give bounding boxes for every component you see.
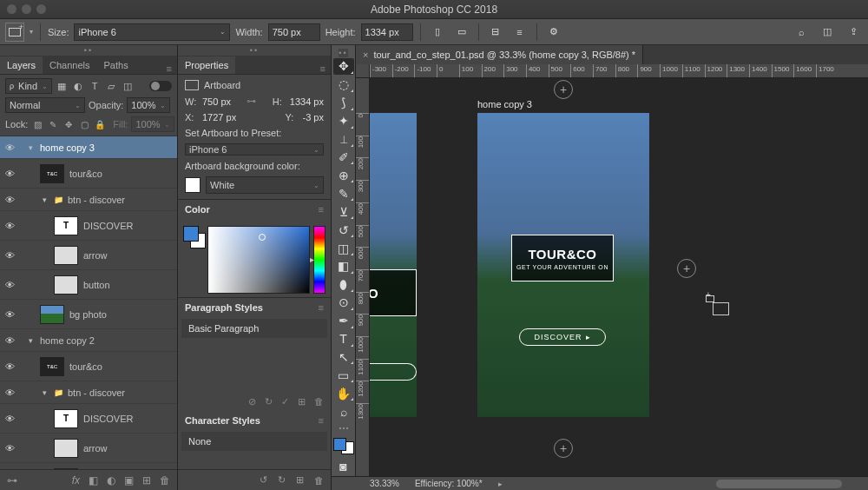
trash-icon[interactable]: 🗑 [314,396,324,407]
horizontal-scrollbar[interactable] [716,480,842,488]
history-brush-tool-icon[interactable]: ↺ [333,222,354,238]
stamp-tool-icon[interactable]: ⊻ [333,203,354,220]
layer-row[interactable]: 👁▾📁btn - discover [0,189,177,211]
maximize-window-icon[interactable] [36,4,46,14]
link-wh-icon[interactable]: ⊶ [247,96,256,107]
brush-tool-icon[interactable]: ✎ [333,185,354,202]
zoom-value[interactable]: 33.33% [370,479,399,488]
more-tools-icon[interactable]: ⋯ [339,422,349,434]
preset-dropdown[interactable]: iPhone 6 ⌄ [185,143,324,156]
hue-slider[interactable] [313,226,326,294]
trash-icon[interactable]: 🗑 [314,475,324,486]
lock-position-icon[interactable]: ✥ [62,118,75,130]
lock-pixels-icon[interactable]: ✎ [47,118,59,130]
share-icon[interactable]: ⇪ [844,23,863,42]
blur-tool-icon[interactable]: ⬮ [333,276,354,293]
layer-row[interactable]: 👁T&Ctour&co [0,159,177,189]
panel-menu-icon[interactable]: ≡ [315,63,331,74]
group-icon[interactable]: ▣ [124,474,134,487]
height-input[interactable]: 1334 px [361,23,413,41]
move-tool-icon[interactable]: ✥ [333,58,354,75]
y-input[interactable]: -3 px [303,112,324,122]
add-artboard-right-icon[interactable]: + [677,259,696,278]
artboard-tool-icon[interactable] [5,23,24,42]
window-controls[interactable] [7,4,46,14]
filter-shape-icon[interactable]: ▱ [105,80,117,92]
visibility-icon[interactable]: 👁 [3,280,16,290]
new-icon[interactable]: ⊞ [296,474,304,486]
align-icon[interactable]: ≡ [510,23,529,42]
layer-name[interactable]: btn - discover [68,195,174,205]
filter-kind-dropdown[interactable]: ρKind⌄ [5,78,52,94]
filter-pixel-icon[interactable]: ▦ [56,80,68,92]
width-input[interactable]: 750 px [268,23,320,41]
visibility-icon[interactable]: 👁 [3,221,16,231]
eyedropper-tool-icon[interactable]: ✐ [333,149,354,166]
document-tab[interactable]: × tour_and_co_step_01.psd @ 33.3% (home … [356,45,643,64]
artboard-prev[interactable]: O [370,113,417,417]
adjustment-icon[interactable]: ◐ [107,474,115,487]
layer-name[interactable]: arrow [83,443,174,454]
filter-adjust-icon[interactable]: ◐ [72,80,84,92]
minimize-window-icon[interactable] [22,4,31,14]
layer-row[interactable]: 👁arrow [0,434,177,463]
new-layer-icon[interactable]: ⊞ [142,474,151,487]
zoom-tool-icon[interactable]: ⌕ [333,403,354,420]
layer-row[interactable]: 👁button [0,270,177,300]
redo-icon[interactable]: ↻ [265,396,273,407]
tab-layers[interactable]: Layers [0,56,43,74]
layer-row[interactable]: 👁▾home copy 2 [0,329,177,352]
gradient-tool-icon[interactable]: ◧ [333,258,354,275]
heal-tool-icon[interactable]: ⊕ [333,167,354,183]
disclosure-icon[interactable]: ▾ [40,195,49,204]
add-artboard-top-icon[interactable]: + [554,80,573,99]
disclosure-icon[interactable]: ▾ [40,388,49,397]
path-select-tool-icon[interactable]: ↖ [333,349,354,366]
redo-icon[interactable]: ↻ [278,474,286,486]
visibility-icon[interactable]: 👁 [3,309,16,320]
apply-icon[interactable]: ✓ [281,396,289,407]
disclosure-icon[interactable]: ▾ [26,143,35,152]
shape-tool-icon[interactable]: ▭ [333,367,354,383]
quickmask-icon[interactable]: ◙ [333,459,354,475]
filter-type-icon[interactable]: T [89,80,101,92]
quick-select-tool-icon[interactable]: ✦ [333,113,354,129]
panel-grip[interactable]: •• [178,45,331,56]
crop-tool-icon[interactable]: ⟂ [333,131,354,148]
filter-smart-icon[interactable]: ◫ [122,80,134,92]
lock-artboard-icon[interactable]: ▢ [78,118,90,130]
dodge-tool-icon[interactable]: ⊙ [333,295,354,311]
layer-name[interactable]: tour&co [69,361,174,372]
layer-row[interactable]: 👁arrow [0,241,177,270]
layer-row[interactable]: 👁TDISCOVER [0,211,177,241]
blend-mode-dropdown[interactable]: Normal⌄ [5,97,85,113]
disclosure-icon[interactable]: ▾ [26,336,35,345]
layer-name[interactable]: home copy 3 [40,142,174,153]
tab-paths[interactable]: Paths [97,56,135,74]
panel-grip[interactable]: •• [339,49,347,57]
w-input[interactable]: 750 px [202,96,231,107]
hand-tool-icon[interactable]: ✋ [333,385,354,401]
visibility-icon[interactable]: 👁 [3,361,16,372]
layer-name[interactable]: DISCOVER [83,414,174,424]
layer-name[interactable]: bg photo [69,309,174,320]
filter-toggle[interactable] [149,81,172,91]
link-layers-icon[interactable]: ⊶ [7,474,17,487]
type-tool-icon[interactable]: T [333,331,354,348]
fx-icon[interactable]: fx [72,474,80,487]
visibility-icon[interactable]: 👁 [3,250,16,261]
layer-row[interactable]: 👁button [0,463,177,469]
ruler-origin[interactable] [356,64,370,78]
lock-all-icon[interactable]: 🔒 [94,118,106,130]
close-tab-icon[interactable]: × [363,50,368,60]
lasso-tool-icon[interactable]: ⟆ [333,95,354,111]
chevron-down-icon[interactable]: ▾ [30,28,33,36]
layer-name[interactable]: tour&co [69,169,174,179]
search-icon[interactable]: ⌕ [792,23,811,42]
pen-tool-icon[interactable]: ✒ [333,313,354,329]
layer-row[interactable]: 👁TDISCOVER [0,404,177,434]
panel-menu-icon[interactable]: ≡ [319,302,324,313]
layer-list[interactable]: 👁▾home copy 3👁T&Ctour&co👁▾📁btn - discove… [0,136,177,469]
layer-row[interactable]: 👁▾home copy 3 [0,136,177,159]
fgbg-swatches[interactable] [183,226,204,294]
